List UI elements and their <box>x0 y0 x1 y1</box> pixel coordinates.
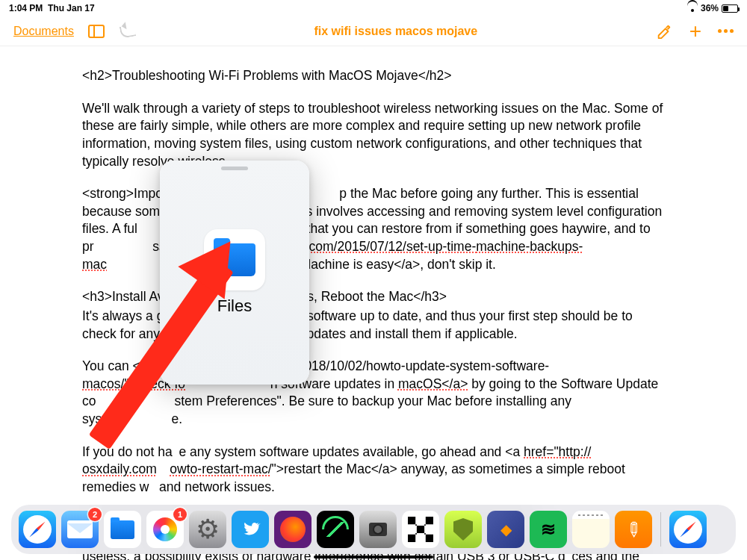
home-indicator[interactable] <box>314 556 433 559</box>
files-app-label: Files <box>217 296 252 316</box>
dock-app-crossword[interactable] <box>402 511 439 548</box>
more-button[interactable] <box>718 29 734 33</box>
document-body[interactable]: <h2>Troubleshooting Wi-Fi Problems with … <box>0 46 747 560</box>
dock-app-safari[interactable] <box>19 511 56 548</box>
undo-icon <box>120 24 136 38</box>
dock-app-stocks[interactable] <box>317 511 354 548</box>
document-title[interactable]: fix wifi issues macos mojave <box>150 25 642 38</box>
folder-icon <box>214 243 255 276</box>
status-time: 1:04 PM <box>9 3 43 13</box>
photos-badge: 1 <box>173 508 187 521</box>
dock-app-notes[interactable] <box>572 511 610 548</box>
app-toolbar: Documents fix wifi issues macos mojave + <box>0 16 747 46</box>
doc-line: If you do not haxe any system software u… <box>82 444 665 497</box>
dock-app-pages[interactable] <box>615 511 652 548</box>
dock-app-files[interactable] <box>104 511 141 548</box>
dock-app-photos[interactable]: 1 <box>146 511 184 548</box>
dock-app-firefox[interactable] <box>274 511 311 548</box>
dock-app-mail[interactable]: 2 <box>61 511 99 548</box>
battery-pct: 36% <box>701 3 719 13</box>
sidebar-icon <box>88 25 105 38</box>
slideover-handle[interactable] <box>221 167 248 170</box>
dock-app-spotify[interactable] <box>530 511 567 548</box>
dock-app-game[interactable] <box>487 511 524 548</box>
undo-button[interactable] <box>119 23 137 40</box>
documents-back-button[interactable]: Documents <box>13 25 74 38</box>
files-app-icon[interactable] <box>204 229 265 290</box>
doc-line: <h2>Troubleshooting Wi-Fi Problems with … <box>82 67 665 85</box>
dock-app-camera[interactable] <box>359 511 397 548</box>
dock-app-shield[interactable] <box>444 511 482 548</box>
battery-icon <box>722 4 738 13</box>
folder-icon <box>111 520 134 539</box>
mail-badge: 2 <box>88 508 102 521</box>
doc-line: We'll walk through a variety of steps to… <box>82 100 665 171</box>
dock: 2 1 <box>11 505 736 554</box>
dock-recent-safari[interactable] <box>669 511 707 548</box>
add-button[interactable]: + <box>689 21 701 42</box>
wifi-icon <box>687 4 698 12</box>
dock-app-twitter[interactable] <box>232 511 269 548</box>
dock-separator <box>660 512 661 547</box>
sidebar-toggle-button[interactable] <box>87 23 105 40</box>
status-date: Thu Jan 17 <box>48 3 95 13</box>
slideover-panel[interactable]: Files <box>160 161 309 385</box>
format-brush-button[interactable] <box>655 23 673 40</box>
dock-app-settings[interactable] <box>189 511 226 548</box>
status-bar: 1:04 PM Thu Jan 17 36% <box>0 0 747 16</box>
